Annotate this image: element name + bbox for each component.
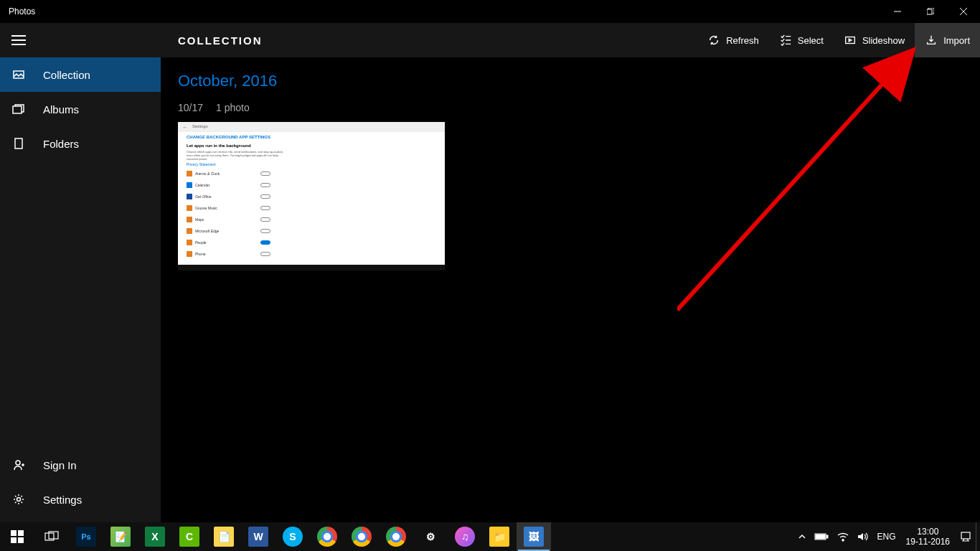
show-desktop[interactable] xyxy=(976,522,980,551)
select-label: Select xyxy=(798,35,824,46)
taskbar-app-explorer[interactable]: 📁 xyxy=(482,522,517,551)
taskbar-app-skype[interactable]: S xyxy=(275,522,310,551)
taskbar-app-chrome2[interactable] xyxy=(344,522,379,551)
wifi-icon xyxy=(837,532,849,542)
sidebar-item-albums[interactable]: Albums xyxy=(0,92,161,126)
chevron-up-icon xyxy=(798,533,806,540)
windows-icon xyxy=(11,530,24,543)
thumb-app-row: Calendar xyxy=(187,182,209,188)
thumb-link: Privacy Statement xyxy=(187,162,216,166)
thumb-toggle xyxy=(260,206,270,210)
task-view-button[interactable] xyxy=(34,522,69,551)
svg-rect-8 xyxy=(11,530,17,536)
hamburger-button[interactable] xyxy=(0,23,161,57)
sidebar-item-collection[interactable]: Collection xyxy=(0,57,161,92)
tray-date-label: 19-11-2016 xyxy=(906,537,950,547)
svg-point-17 xyxy=(842,540,844,541)
refresh-label: Refresh xyxy=(726,35,759,46)
svg-rect-0 xyxy=(927,9,932,14)
svg-rect-11 xyxy=(18,537,24,543)
thumb-toggle xyxy=(260,171,270,176)
svg-point-5 xyxy=(17,498,21,501)
select-button[interactable]: Select xyxy=(769,23,834,57)
thumb-subtitle: Let apps run in the background xyxy=(187,143,251,148)
thumb-app-row: Maps xyxy=(187,217,204,222)
tray-wifi[interactable] xyxy=(833,522,853,551)
tray-chevron[interactable] xyxy=(794,522,810,551)
refresh-button[interactable]: Refresh xyxy=(697,23,769,57)
import-icon xyxy=(925,34,938,47)
start-button[interactable] xyxy=(0,522,34,551)
thumb-toggle xyxy=(260,217,270,222)
collection-icon xyxy=(11,67,26,82)
notification-icon xyxy=(960,531,971,542)
thumb-toggle xyxy=(260,183,270,187)
taskbar-app-settings[interactable]: ⚙ xyxy=(413,522,448,551)
taskbar-app-itunes[interactable]: ♫ xyxy=(448,522,482,551)
month-heading[interactable]: October, 2016 xyxy=(178,72,963,90)
slideshow-icon xyxy=(844,34,857,47)
count-label: 1 photo xyxy=(216,102,250,113)
gear-icon xyxy=(11,492,26,507)
thumb-app-row: Alarms & Clock xyxy=(187,171,220,176)
hamburger-icon xyxy=(11,35,26,45)
sidebar-item-folders[interactable]: Folders xyxy=(0,126,161,161)
svg-rect-2 xyxy=(13,106,22,113)
close-button[interactable] xyxy=(947,0,980,23)
task-view-icon xyxy=(44,531,59,542)
svg-rect-3 xyxy=(15,138,22,149)
tray-battery[interactable] xyxy=(810,522,833,551)
tray-notifications[interactable] xyxy=(956,522,976,551)
date-summary: 10/17 1 photo xyxy=(178,102,963,113)
sidebar-item-label: Collection xyxy=(43,69,90,81)
sign-in-label: Sign In xyxy=(43,459,77,471)
svg-point-4 xyxy=(16,461,20,465)
sidebar-item-label: Folders xyxy=(43,138,79,150)
tray-time-label: 13:00 xyxy=(917,527,938,537)
thumb-toggle xyxy=(260,252,270,256)
thumb-app-row: Get Office xyxy=(187,194,211,199)
sidebar-item-label: Albums xyxy=(43,103,79,116)
toolbar: COLLECTION Refresh Select Slideshow Impo… xyxy=(161,23,980,57)
taskbar-app-excel[interactable]: X xyxy=(138,522,172,551)
sidebar: Collection Albums Folders Sign In xyxy=(0,23,161,522)
slideshow-button[interactable]: Slideshow xyxy=(834,23,915,57)
taskbar-app-word[interactable]: W xyxy=(241,522,275,551)
window-title: Photos xyxy=(9,6,35,17)
minimize-button[interactable] xyxy=(881,0,914,23)
svg-rect-16 xyxy=(826,535,828,538)
maximize-button[interactable] xyxy=(914,0,947,23)
tray-volume[interactable] xyxy=(853,522,873,551)
taskbar: Ps 📝 X C 📄 W S ⚙ ♫ 📁 🖼 ENG 13:00 19-11-2… xyxy=(0,522,980,551)
import-button[interactable]: Import xyxy=(915,23,980,57)
tray-clock[interactable]: 13:00 19-11-2016 xyxy=(900,527,956,547)
taskbar-app-photoshop[interactable]: Ps xyxy=(69,522,103,551)
thumb-toggle xyxy=(260,229,270,233)
thumb-app-row: People xyxy=(187,240,207,245)
thumb-app-row: Groove Music xyxy=(187,205,217,211)
taskbar-app-sticky[interactable]: 📄 xyxy=(207,522,241,551)
import-label: Import xyxy=(943,35,970,46)
main-area: COLLECTION Refresh Select Slideshow Impo… xyxy=(161,23,980,522)
photo-thumbnail[interactable]: ← Settings CHANGE BACKGROUND APP SETTING… xyxy=(178,122,445,270)
sign-in-icon xyxy=(11,458,26,472)
thumb-desc: Choose which apps can receive info, send… xyxy=(187,151,287,161)
taskbar-app-chrome3[interactable] xyxy=(379,522,413,551)
thumb-toggle xyxy=(260,240,270,245)
battery-icon xyxy=(814,532,829,541)
thumb-title: CHANGE BACKGROUND APP SETTINGS xyxy=(187,135,270,139)
thumb-back-icon: ← xyxy=(182,124,188,131)
taskbar-app-chrome1[interactable] xyxy=(310,522,344,551)
tray-language[interactable]: ENG xyxy=(873,522,900,551)
folders-icon xyxy=(11,136,26,151)
sidebar-settings[interactable]: Settings xyxy=(0,482,161,517)
thumb-settings-label: Settings xyxy=(192,124,208,128)
taskbar-app-photos[interactable]: 🖼 xyxy=(517,522,551,551)
settings-label: Settings xyxy=(43,494,82,506)
sidebar-sign-in[interactable]: Sign In xyxy=(0,448,161,482)
thumb-toggle xyxy=(260,194,270,199)
thumb-app-row: Phone xyxy=(187,251,205,257)
taskbar-app-notepad[interactable]: 📝 xyxy=(103,522,138,551)
taskbar-app-camtasia[interactable]: C xyxy=(172,522,207,551)
slideshow-label: Slideshow xyxy=(862,35,905,46)
